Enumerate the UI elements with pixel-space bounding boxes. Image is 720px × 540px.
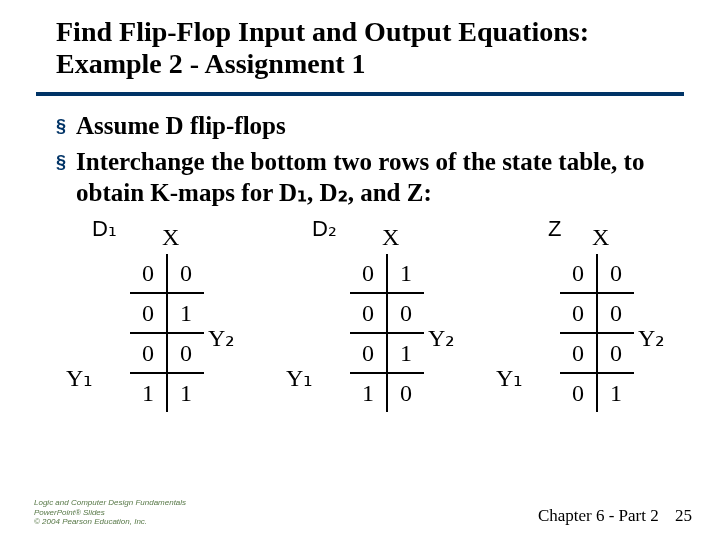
footer-credit: Logic and Computer Design Fundamentals P… <box>34 498 186 526</box>
y2-axis-label: Y₂ <box>638 324 665 352</box>
cell: 0 <box>560 333 597 373</box>
cell: 0 <box>167 254 204 293</box>
credit-line: © 2004 Pearson Education, Inc. <box>34 517 186 526</box>
cell: 0 <box>597 333 634 373</box>
y2-axis-label: Y₂ <box>428 324 455 352</box>
cell: 1 <box>350 373 387 412</box>
x-axis-label: X <box>592 224 609 251</box>
y1-axis-label: Y₁ <box>286 364 313 392</box>
bullet-list: § Assume D flip-flops § Interchange the … <box>0 110 720 208</box>
credit-line: Logic and Computer Design Fundamentals <box>34 498 186 507</box>
bullet-marker-icon: § <box>56 115 66 138</box>
cell: 0 <box>560 373 597 412</box>
slide-title: Find Flip-Flop Input and Output Equation… <box>0 0 720 88</box>
cell: 0 <box>560 293 597 333</box>
y1-axis-label: Y₁ <box>66 364 93 392</box>
kmap-label: D₁ <box>92 216 117 242</box>
cell: 1 <box>167 373 204 412</box>
y2-axis-label: Y₂ <box>208 324 235 352</box>
cell: 0 <box>130 293 167 333</box>
kmap-grid: 0 1 0 0 0 1 1 0 <box>350 254 424 412</box>
cell: 0 <box>387 293 424 333</box>
cell: 0 <box>130 254 167 293</box>
cell: 0 <box>350 293 387 333</box>
kmap-label: D₂ <box>312 216 337 242</box>
kmap-grid: 0 0 0 0 0 0 0 1 <box>560 254 634 412</box>
cell: 0 <box>597 254 634 293</box>
y1-axis-label: Y₁ <box>496 364 523 392</box>
x-axis-label: X <box>382 224 399 251</box>
x-axis-label: X <box>162 224 179 251</box>
kmap-area: D₁ X Y₁ Y₂ 0 0 0 1 0 0 1 1 <box>0 216 720 466</box>
kmap-label: Z <box>548 216 561 242</box>
credit-line: PowerPoint® Slides <box>34 508 186 517</box>
cell: 1 <box>387 254 424 293</box>
kmap-grid: 0 0 0 1 0 0 1 1 <box>130 254 204 412</box>
cell: 0 <box>597 293 634 333</box>
bullet-item: § Assume D flip-flops <box>56 110 680 141</box>
cell: 1 <box>130 373 167 412</box>
cell: 1 <box>167 293 204 333</box>
bullet-text: Interchange the bottom two rows of the s… <box>76 146 680 209</box>
cell: 0 <box>350 333 387 373</box>
page-number: 25 <box>675 506 692 526</box>
cell: 1 <box>597 373 634 412</box>
bullet-marker-icon: § <box>56 151 66 174</box>
cell: 0 <box>560 254 597 293</box>
footer-page: Chapter 6 - Part 2 25 <box>538 506 692 526</box>
cell: 0 <box>350 254 387 293</box>
slide: Find Flip-Flop Input and Output Equation… <box>0 0 720 540</box>
cell: 0 <box>387 373 424 412</box>
bullet-item: § Interchange the bottom two rows of the… <box>56 146 680 209</box>
title-rule <box>36 92 684 96</box>
bullet-text: Assume D flip-flops <box>76 110 286 141</box>
chapter-label: Chapter 6 - Part 2 <box>538 506 659 525</box>
cell: 0 <box>167 333 204 373</box>
cell: 1 <box>387 333 424 373</box>
cell: 0 <box>130 333 167 373</box>
